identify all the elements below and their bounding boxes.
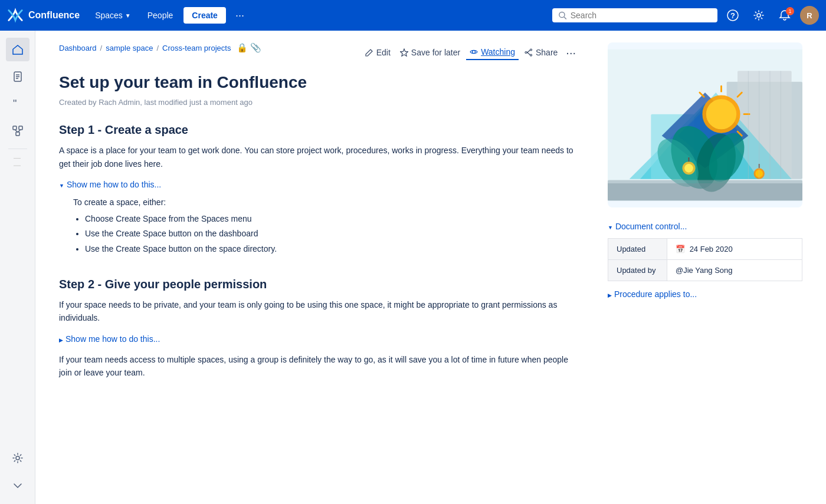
search-input[interactable] bbox=[571, 11, 712, 20]
page-content: Dashboard / sample space / Cross-team pr… bbox=[35, 31, 602, 504]
updated-by-value: @Jie Yang Song bbox=[667, 260, 802, 281]
spaces-nav[interactable]: Spaces ▼ bbox=[89, 7, 137, 24]
svg-rect-49 bbox=[608, 183, 802, 200]
breadcrumb-dashboard[interactable]: Dashboard bbox=[59, 44, 97, 52]
page-title: Set up your team in Confluence bbox=[59, 72, 578, 93]
logo-text: Confluence bbox=[28, 10, 80, 21]
illustration bbox=[608, 42, 802, 207]
step1-expand[interactable]: Show me how to do this... bbox=[59, 180, 578, 189]
eye-icon bbox=[470, 48, 478, 56]
breadcrumb-page[interactable]: Cross-team projects bbox=[162, 44, 231, 52]
svg-rect-11 bbox=[19, 126, 22, 130]
chevron-down-icon bbox=[59, 180, 64, 189]
doc-control-section: Document control... Updated 📅 24 Feb 202… bbox=[608, 222, 802, 299]
topnav: Confluence Spaces ▼ People Create ··· ? … bbox=[0, 0, 826, 31]
left-sidebar: " | | bbox=[0, 31, 35, 504]
svg-point-4 bbox=[757, 14, 761, 17]
procedure-link[interactable]: Procedure applies to... bbox=[608, 289, 802, 299]
chevron-right-icon bbox=[608, 289, 612, 299]
breadcrumb: Dashboard / sample space / Cross-team pr… bbox=[59, 42, 261, 53]
more-nav[interactable]: ··· bbox=[231, 7, 249, 24]
svg-point-17 bbox=[473, 51, 476, 54]
search-bar[interactable] bbox=[552, 8, 717, 22]
people-nav[interactable]: People bbox=[142, 7, 179, 24]
list-item: Use the Create Space button on the dashb… bbox=[85, 226, 578, 241]
page-more-button[interactable]: ··· bbox=[563, 46, 578, 60]
doc-control-header[interactable]: Document control... bbox=[608, 222, 802, 231]
svg-point-20 bbox=[525, 52, 527, 54]
step1-body: A space is a place for your team to get … bbox=[59, 144, 578, 170]
scroll-indicator: | | bbox=[14, 157, 22, 169]
svg-point-15 bbox=[16, 456, 19, 460]
svg-rect-10 bbox=[13, 126, 17, 130]
list-item: Choose Create Space from the Spaces menu bbox=[85, 212, 578, 226]
restrict-icon: 🔒 bbox=[237, 42, 248, 53]
main-wrapper: Dashboard / sample space / Cross-team pr… bbox=[35, 31, 826, 504]
attach-icon: 📎 bbox=[250, 42, 261, 53]
logo[interactable]: Confluence bbox=[7, 7, 80, 24]
edit-icon bbox=[365, 48, 373, 57]
svg-text:?: ? bbox=[730, 11, 735, 20]
chevron-right-icon bbox=[59, 334, 63, 344]
sidebar-diagram[interactable] bbox=[6, 119, 30, 143]
page-toolbar: Edit Save for later Watching Share ··· bbox=[362, 45, 578, 60]
svg-line-22 bbox=[527, 52, 530, 55]
step2-body2: If your team needs access to multiple sp… bbox=[59, 353, 578, 380]
save-later-button[interactable]: Save for later bbox=[396, 45, 464, 60]
svg-marker-16 bbox=[400, 49, 408, 56]
updated-label: Updated bbox=[608, 239, 667, 260]
gear-icon bbox=[753, 9, 765, 21]
right-sidebar: Document control... Updated 📅 24 Feb 202… bbox=[602, 31, 814, 504]
settings-button[interactable] bbox=[748, 7, 769, 24]
svg-point-19 bbox=[530, 54, 532, 56]
step1-bullets: Choose Create Space from the Spaces menu… bbox=[85, 212, 578, 256]
notification-badge: 1 bbox=[786, 7, 794, 15]
svg-point-18 bbox=[530, 49, 532, 51]
sidebar-document[interactable] bbox=[6, 65, 30, 88]
svg-line-1 bbox=[564, 17, 566, 19]
user-avatar[interactable]: R bbox=[800, 6, 819, 25]
doc-control-table: Updated 📅 24 Feb 2020 Updated by @Jie Ya… bbox=[608, 238, 802, 281]
svg-point-36 bbox=[706, 99, 736, 129]
search-icon bbox=[558, 11, 567, 20]
sidebar-quote[interactable]: " bbox=[6, 92, 30, 116]
notifications-button[interactable]: 1 bbox=[774, 7, 795, 24]
sidebar-settings[interactable] bbox=[6, 446, 30, 470]
svg-point-0 bbox=[559, 12, 565, 17]
breadcrumb-space[interactable]: sample space bbox=[106, 44, 153, 52]
edit-button[interactable]: Edit bbox=[362, 45, 394, 60]
step2-heading: Step 2 - Give your people permission bbox=[59, 278, 578, 291]
create-button[interactable]: Create bbox=[183, 7, 226, 24]
share-button[interactable]: Share bbox=[521, 45, 561, 60]
list-item: Use the Create Space button on the space… bbox=[85, 242, 578, 256]
step2-expand[interactable]: Show me how to do this... bbox=[59, 334, 578, 344]
share-icon bbox=[525, 48, 533, 57]
svg-point-43 bbox=[684, 164, 693, 173]
table-row: Updated 📅 24 Feb 2020 bbox=[608, 239, 802, 260]
sidebar-home[interactable] bbox=[6, 38, 30, 61]
step2-body: If your space needs to be private, and y… bbox=[59, 298, 578, 325]
watching-button[interactable]: Watching bbox=[466, 45, 519, 60]
chevron-down-icon bbox=[608, 222, 613, 231]
step1-expand-intro: To create a space, either: bbox=[73, 197, 578, 207]
star-icon bbox=[400, 48, 408, 57]
step1-heading: Step 1 - Create a space bbox=[59, 123, 578, 137]
svg-text:": " bbox=[13, 98, 17, 110]
step1-expand-content: To create a space, either: Choose Create… bbox=[73, 197, 578, 256]
updated-by-label: Updated by bbox=[608, 260, 667, 281]
page-meta: Created by Rach Admin, last modified jus… bbox=[59, 98, 578, 107]
help-button[interactable]: ? bbox=[722, 7, 743, 24]
updated-value: 📅 24 Feb 2020 bbox=[667, 239, 802, 260]
svg-rect-12 bbox=[16, 132, 19, 136]
table-row: Updated by @Jie Yang Song bbox=[608, 260, 802, 281]
sidebar-expand[interactable] bbox=[6, 473, 30, 497]
